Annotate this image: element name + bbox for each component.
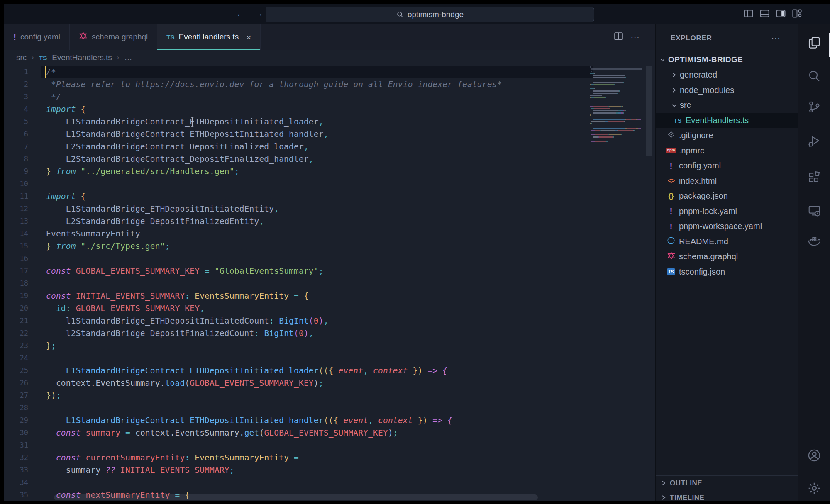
code-line: 32 const currentSummaryEntity: EventsSum… <box>4 451 655 464</box>
tree-item-schema.graphql[interactable]: schema.graphql <box>656 249 798 265</box>
line-number: 14 <box>4 229 28 238</box>
yaml-icon: ! <box>13 32 16 42</box>
tree-item-label: config.yaml <box>679 161 721 170</box>
gitignore-icon <box>667 131 675 141</box>
line-number: 26 <box>4 379 28 387</box>
tab-EventHandlers.ts[interactable]: TSEventHandlers.ts× <box>157 24 261 50</box>
outline-panel-header[interactable]: OUTLINE <box>656 475 798 490</box>
settings-gear-icon[interactable] <box>807 481 821 495</box>
code-editor[interactable]: 1/*2 *Please refer to https://docs.envio… <box>4 66 655 501</box>
outline-label: OUTLINE <box>670 479 702 487</box>
tree-item-config.yaml[interactable]: !config.yaml <box>656 158 798 174</box>
code-line: 6 L1StandardBridgeContract_ETHDepositIni… <box>4 128 655 140</box>
close-icon[interactable]: × <box>246 33 251 41</box>
timeline-panel-header[interactable]: TIMELINE <box>656 490 798 504</box>
line-number: 7 <box>4 142 28 151</box>
code-line: 27}); <box>4 389 655 402</box>
search-icon[interactable] <box>807 69 821 83</box>
customize-layout-icon[interactable] <box>791 8 803 19</box>
mouse-ibeam-pointer <box>190 116 195 129</box>
command-center-search[interactable]: optimism-bridge <box>266 7 594 22</box>
line-number: 13 <box>4 217 28 225</box>
code-line: 13 L2StandardBridge_DepositFinalizedEnti… <box>4 215 655 227</box>
tree-item-pnpm-workspace.yaml[interactable]: !pnpm-workspace.yaml <box>656 219 798 234</box>
line-number: 11 <box>4 192 28 200</box>
tree-item-pnpm-lock.yaml[interactable]: !pnpm-lock.yaml <box>656 204 798 219</box>
chevron-right-icon: › <box>32 54 34 62</box>
explorer-title: EXPLORER <box>671 34 712 42</box>
line-number: 23 <box>4 341 28 350</box>
tree-item-node_modules[interactable]: node_modules <box>656 83 798 98</box>
toggle-secondary-sidebar-icon[interactable] <box>775 8 786 19</box>
html-icon: <> <box>668 177 675 185</box>
tree-item-src[interactable]: src <box>656 98 798 113</box>
line-number: 16 <box>4 254 28 263</box>
tree-root-optimism-bridge[interactable]: OPTIMISM-BRIDGE <box>656 52 798 68</box>
chevron-right-icon <box>671 72 677 78</box>
yaml-icon: ! <box>670 222 673 231</box>
tab-config.yaml[interactable]: !config.yaml <box>4 24 70 50</box>
code-line: 21 l1StandardBridge_ETHDepositInitiatedC… <box>4 314 655 327</box>
minimap[interactable] <box>590 66 642 149</box>
code-line: 22 l2StandardBridge_DepositFinalizedCoun… <box>4 327 655 339</box>
run-debug-icon[interactable] <box>807 134 821 148</box>
code-line: 33 summary ?? INITIAL_EVENTS_SUMMARY; <box>4 464 655 476</box>
search-value: optimism-bridge <box>408 10 464 19</box>
tree-item-.gitignore[interactable]: .gitignore <box>656 128 798 144</box>
tree-item-index.html[interactable]: <>index.html <box>656 173 798 189</box>
explorer-sidebar: EXPLORER ⋯ OPTIMISM-BRIDGEgeneratednode_… <box>655 24 798 501</box>
tree-item-EventHandlers.ts[interactable]: TSEventHandlers.ts <box>656 113 798 128</box>
timeline-label: TIMELINE <box>670 494 704 502</box>
editor-more-actions-icon[interactable]: ⋯ <box>630 32 640 42</box>
extensions-icon[interactable] <box>807 170 821 184</box>
tree-item-README.md[interactable]: README.md <box>656 234 798 249</box>
account-icon[interactable] <box>807 448 821 463</box>
tree-item-package.json[interactable]: {}package.json <box>656 189 798 204</box>
code-line: 29 L1StandardBridgeContract_ETHDepositIn… <box>4 414 655 426</box>
breadcrumb: src › TS EventHandlers.ts › … <box>4 50 655 66</box>
split-editor-icon[interactable] <box>613 31 624 43</box>
horizontal-scrollbar[interactable] <box>54 494 538 500</box>
tree-item-.npmrc[interactable]: npm.npmrc <box>656 143 798 158</box>
vertical-scrollbar[interactable] <box>646 66 652 156</box>
tree-item-label: .npmrc <box>679 146 704 156</box>
explorer-icon[interactable] <box>807 36 821 50</box>
remote-explorer-icon[interactable] <box>807 203 821 217</box>
code-line: 12 L1StandardBridge_ETHDepositInitiatedE… <box>4 202 655 215</box>
code-line: 2 *Please refer to https://docs.envio.de… <box>4 78 655 90</box>
tree-item-generated[interactable]: generated <box>656 68 798 83</box>
toggle-primary-sidebar-icon[interactable] <box>743 8 754 19</box>
graphql-icon <box>667 251 676 262</box>
back-icon[interactable]: ← <box>236 8 245 19</box>
code-line: 16 <box>4 252 655 265</box>
breadcrumb-file[interactable]: EventHandlers.ts <box>52 53 112 62</box>
tree-item-label: schema.graphql <box>679 252 738 261</box>
forward-icon[interactable]: → <box>254 8 264 19</box>
code-line: 25 L1StandardBridgeContract_ETHDepositIn… <box>4 364 655 377</box>
readme-info-icon <box>667 236 675 247</box>
tab-bar: !config.yamlschema.graphqlTSEventHandler… <box>4 24 655 50</box>
tree-item-label: node_modules <box>680 85 734 95</box>
tree-item-label: package.json <box>679 191 728 201</box>
line-number: 9 <box>4 167 28 175</box>
breadcrumb-symbol[interactable]: … <box>124 53 132 62</box>
title-bar: ← → optimism-bridge <box>4 4 830 24</box>
line-number: 12 <box>4 205 28 213</box>
line-number: 1 <box>4 68 28 76</box>
tree-item-label: README.md <box>679 237 728 246</box>
line-number: 22 <box>4 329 28 337</box>
yaml-icon: ! <box>670 161 673 171</box>
explorer-more-actions-icon[interactable]: ⋯ <box>771 33 781 44</box>
line-number: 5 <box>4 117 28 126</box>
tree-item-label: tsconfig.json <box>679 267 725 277</box>
tab-label: EventHandlers.ts <box>178 32 239 41</box>
tab-schema.graphql[interactable]: schema.graphql <box>70 24 157 50</box>
toggle-panel-icon[interactable] <box>759 8 770 19</box>
tree-item-tsconfig.json[interactable]: TStsconfig.json <box>656 264 798 280</box>
line-number: 10 <box>4 180 28 188</box>
breadcrumb-src[interactable]: src <box>16 53 27 62</box>
docker-icon[interactable] <box>807 234 821 248</box>
ts-file-icon: TS <box>674 117 681 124</box>
line-number: 4 <box>4 105 28 113</box>
source-control-icon[interactable] <box>807 100 821 114</box>
